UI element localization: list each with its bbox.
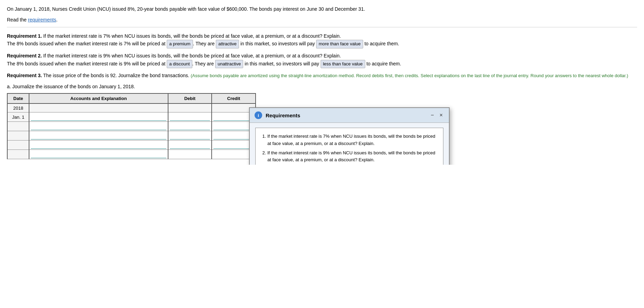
req1-mid2: in this market, so investors will pay <box>239 41 316 46</box>
debit-5 <box>168 150 212 159</box>
acct-3[interactable] <box>29 131 168 141</box>
req3-text: The issue price of the bonds is 92. Jour… <box>42 73 189 78</box>
acct-input-3[interactable] <box>31 132 166 139</box>
debit-4[interactable] <box>168 141 212 150</box>
req2-answer: The 8% bonds issued when the market inte… <box>7 60 637 69</box>
modal-title: Requirements <box>266 112 429 118</box>
acct-year-cell <box>29 103 168 112</box>
req1-question-text: If the market interest rate is 7% when N… <box>42 33 341 39</box>
date-3 <box>7 131 29 141</box>
req3-instruction: (Assume bonds payable are amortized usin… <box>191 73 628 78</box>
req2-prefix: The 8% bonds issued when the market inte… <box>7 61 167 66</box>
acct-2[interactable] <box>29 122 168 131</box>
col-accounts: Accounts and Explanation <box>29 93 168 103</box>
req1-prefix: The 8% bonds issued when the market inte… <box>7 41 167 46</box>
debit-input-3[interactable] <box>170 132 210 139</box>
date-jan1: Jan. 1 <box>7 112 29 122</box>
read-line: Read the requirements. <box>7 16 637 24</box>
journal-a-label: a. Journalize the issuance of the bonds … <box>7 83 637 90</box>
req1-blank2[interactable]: attractive <box>216 40 239 48</box>
table-row-5 <box>7 150 256 159</box>
modal-body: If the market interest rate is 7% when N… <box>250 123 449 165</box>
debit-input-4[interactable] <box>170 141 210 149</box>
modal-req-1: If the market interest rate is 7% when N… <box>267 133 438 147</box>
modal-minimize-button[interactable]: − <box>429 112 435 118</box>
debit-3[interactable] <box>168 131 212 141</box>
divider <box>7 27 637 27</box>
read-prefix: Read the <box>7 17 28 22</box>
requirement2-section: Requirement 2. If the market interest ra… <box>7 52 637 68</box>
debit-input-2[interactable] <box>170 123 210 130</box>
acct-input-1[interactable] <box>31 113 166 121</box>
col-debit: Debit <box>168 93 212 103</box>
modal-header: i Requirements − × <box>250 108 449 123</box>
table-row-jan1: Jan. 1 <box>7 112 256 122</box>
requirement1-section: Requirement 1. If the market interest ra… <box>7 32 637 48</box>
req3-label: Requirement 3. <box>7 73 42 78</box>
req1-label: Requirement 1. <box>7 33 42 39</box>
modal-content-box: If the market interest rate is 7% when N… <box>255 128 443 165</box>
req3-question: Requirement 3. The issue price of the bo… <box>7 72 637 79</box>
year-cell: 2018 <box>7 103 29 112</box>
req1-suffix: to acquire them. <box>363 41 399 46</box>
credit-input-4[interactable] <box>213 141 254 149</box>
req2-blank1[interactable]: a discount <box>167 60 192 69</box>
acct-input-2[interactable] <box>31 123 166 130</box>
debit-2[interactable] <box>168 122 212 131</box>
credit-input-2[interactable] <box>213 123 254 130</box>
credit-input-1[interactable] <box>213 113 254 121</box>
req1-answer: The 8% bonds issued when the market inte… <box>7 40 637 48</box>
debit-input-1[interactable] <box>170 113 210 121</box>
table-row-3 <box>7 131 256 141</box>
credit-input-3[interactable] <box>213 132 254 139</box>
journal-table: Date Accounts and Explanation Debit Cred… <box>7 93 256 160</box>
date-4 <box>7 141 29 150</box>
debit-year-cell <box>168 103 212 112</box>
acct-4[interactable] <box>29 141 168 150</box>
requirements-modal: i Requirements − × If the market interes… <box>249 107 450 165</box>
req2-mid1: . They are <box>192 61 215 66</box>
req1-blank3[interactable]: more than face value <box>316 40 363 48</box>
acct-jan1[interactable] <box>29 112 168 122</box>
acct-input-5[interactable] <box>31 151 166 158</box>
modal-requirements-list: If the market interest rate is 7% when N… <box>267 133 438 165</box>
table-row-year: 2018 <box>7 103 256 112</box>
intro-text: On January 1, 2018, Nurses Credit Union … <box>7 6 637 13</box>
req1-question: Requirement 1. If the market interest ra… <box>7 32 637 40</box>
date-5 <box>7 150 29 159</box>
acct-5[interactable] <box>29 150 168 159</box>
acct-input-4[interactable] <box>31 141 166 149</box>
req2-question: Requirement 2. If the market interest ra… <box>7 52 637 60</box>
modal-close-button[interactable]: × <box>438 112 444 118</box>
modal-req-2: If the market interest rate is 9% when N… <box>267 150 438 164</box>
req2-suffix: to acquire them. <box>365 61 401 66</box>
read-suffix: . <box>56 17 57 22</box>
req2-mid2: in this market, so investors will pay <box>243 61 320 66</box>
req2-question-text: If the market interest rate is 9% when N… <box>42 53 341 58</box>
col-date: Date <box>7 93 29 103</box>
req2-label: Requirement 2. <box>7 53 42 58</box>
table-row-4 <box>7 141 256 150</box>
table-row-2 <box>7 122 256 131</box>
modal-controls: − × <box>429 112 444 118</box>
req1-blank1[interactable]: a premium <box>167 40 193 48</box>
requirements-link[interactable]: requirements <box>28 17 56 22</box>
debit-jan1[interactable] <box>168 112 212 122</box>
table-header-row: Date Accounts and Explanation Debit Cred… <box>7 93 256 103</box>
req2-blank2[interactable]: unattractive <box>215 60 243 69</box>
col-credit: Credit <box>212 93 256 103</box>
date-2 <box>7 122 29 131</box>
requirement3-section: Requirement 3. The issue price of the bo… <box>7 72 637 79</box>
req1-mid1: . They are <box>193 41 216 46</box>
req2-blank3[interactable]: less than face value <box>321 60 365 69</box>
modal-info-icon: i <box>255 111 262 119</box>
